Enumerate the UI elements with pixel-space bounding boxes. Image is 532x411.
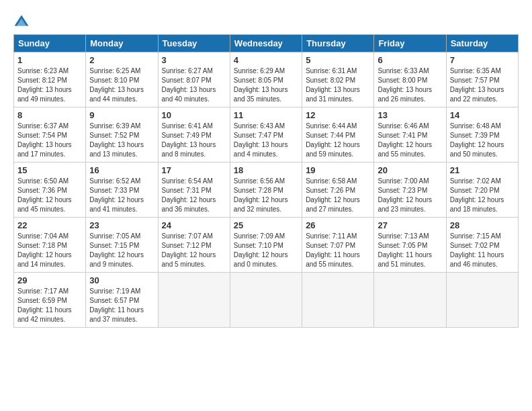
day-info: Sunrise: 6:39 AM Sunset: 7:52 PM Dayligh… [89,122,154,159]
dow-header-tuesday: Tuesday [158,35,230,52]
calendar-day-cell: 23 Sunrise: 7:05 AM Sunset: 7:15 PM Dayl… [86,218,158,273]
calendar-day-cell: 20 Sunrise: 7:00 AM Sunset: 7:23 PM Dayl… [374,163,446,218]
calendar-day-cell: 11 Sunrise: 6:43 AM Sunset: 7:47 PM Dayl… [230,107,302,163]
day-number: 17 [162,165,226,175]
day-info: Sunrise: 6:37 AM Sunset: 7:54 PM Dayligh… [17,122,82,159]
day-info: Sunrise: 6:56 AM Sunset: 7:28 PM Dayligh… [234,177,298,214]
day-number: 9 [89,110,154,120]
day-info: Sunrise: 6:33 AM Sunset: 8:00 PM Dayligh… [378,66,442,104]
day-info: Sunrise: 6:23 AM Sunset: 8:12 PM Dayligh… [17,66,82,104]
day-info: Sunrise: 7:05 AM Sunset: 7:15 PM Dayligh… [89,232,154,269]
day-number: 26 [306,220,370,230]
day-number: 6 [378,55,442,65]
calendar-day-cell: 2 Sunrise: 6:25 AM Sunset: 8:10 PM Dayli… [86,52,158,107]
calendar-day-cell: 1 Sunrise: 6:23 AM Sunset: 8:12 PM Dayli… [14,52,86,107]
dow-header-saturday: Saturday [446,35,518,52]
day-number: 18 [234,165,298,175]
calendar-day-cell: 18 Sunrise: 6:56 AM Sunset: 7:28 PM Dayl… [230,163,302,218]
day-info: Sunrise: 6:44 AM Sunset: 7:44 PM Dayligh… [306,122,370,159]
day-number: 30 [89,275,154,285]
day-info: Sunrise: 7:09 AM Sunset: 7:10 PM Dayligh… [234,232,298,269]
calendar-day-cell [302,273,374,328]
day-number: 4 [234,55,298,65]
dow-header-thursday: Thursday [302,35,374,52]
calendar-day-cell: 21 Sunrise: 7:02 AM Sunset: 7:20 PM Dayl… [446,163,518,218]
calendar-day-cell: 5 Sunrise: 6:31 AM Sunset: 8:02 PM Dayli… [302,52,374,107]
calendar-day-cell: 25 Sunrise: 7:09 AM Sunset: 7:10 PM Dayl… [230,218,302,273]
dow-header-sunday: Sunday [14,35,86,52]
day-number: 12 [306,110,370,120]
calendar-week-row: 1 Sunrise: 6:23 AM Sunset: 8:12 PM Dayli… [14,52,519,107]
calendar-day-cell: 17 Sunrise: 6:54 AM Sunset: 7:31 PM Dayl… [158,163,230,218]
day-info: Sunrise: 6:46 AM Sunset: 7:41 PM Dayligh… [378,122,442,159]
day-info: Sunrise: 6:50 AM Sunset: 7:36 PM Dayligh… [17,177,82,214]
calendar-day-cell: 7 Sunrise: 6:35 AM Sunset: 7:57 PM Dayli… [446,52,518,107]
day-info: Sunrise: 7:13 AM Sunset: 7:05 PM Dayligh… [378,232,442,269]
day-number: 21 [450,165,515,175]
calendar-day-cell: 29 Sunrise: 7:17 AM Sunset: 6:59 PM Dayl… [14,273,86,328]
day-info: Sunrise: 6:48 AM Sunset: 7:39 PM Dayligh… [450,122,515,159]
calendar-day-cell: 26 Sunrise: 7:11 AM Sunset: 7:07 PM Dayl… [302,218,374,273]
day-number: 7 [450,55,515,65]
calendar-day-cell: 6 Sunrise: 6:33 AM Sunset: 8:00 PM Dayli… [374,52,446,107]
day-info: Sunrise: 6:43 AM Sunset: 7:47 PM Dayligh… [234,122,298,159]
calendar-week-row: 29 Sunrise: 7:17 AM Sunset: 6:59 PM Dayl… [14,273,519,328]
day-info: Sunrise: 7:19 AM Sunset: 6:57 PM Dayligh… [89,287,154,324]
day-info: Sunrise: 7:04 AM Sunset: 7:18 PM Dayligh… [17,232,82,269]
calendar-day-cell: 19 Sunrise: 6:58 AM Sunset: 7:26 PM Dayl… [302,163,374,218]
day-number: 1 [17,55,82,65]
calendar-day-cell: 24 Sunrise: 7:07 AM Sunset: 7:12 PM Dayl… [158,218,230,273]
day-info: Sunrise: 7:17 AM Sunset: 6:59 PM Dayligh… [17,287,82,324]
day-number: 13 [378,110,442,120]
day-info: Sunrise: 7:11 AM Sunset: 7:07 PM Dayligh… [306,232,370,269]
day-number: 27 [378,220,442,230]
day-info: Sunrise: 6:31 AM Sunset: 8:02 PM Dayligh… [306,66,370,104]
calendar-day-cell: 13 Sunrise: 6:46 AM Sunset: 7:41 PM Dayl… [374,107,446,163]
calendar-day-cell: 22 Sunrise: 7:04 AM Sunset: 7:18 PM Dayl… [14,218,86,273]
day-info: Sunrise: 7:00 AM Sunset: 7:23 PM Dayligh… [378,177,442,214]
day-number: 3 [162,55,226,65]
logo [13,13,32,28]
day-info: Sunrise: 6:27 AM Sunset: 8:07 PM Dayligh… [162,66,226,104]
day-info: Sunrise: 6:41 AM Sunset: 7:49 PM Dayligh… [162,122,226,159]
dow-header-wednesday: Wednesday [230,35,302,52]
calendar-week-row: 8 Sunrise: 6:37 AM Sunset: 7:54 PM Dayli… [14,107,519,163]
day-number: 5 [306,55,370,65]
calendar-day-cell [230,273,302,328]
day-info: Sunrise: 6:52 AM Sunset: 7:33 PM Dayligh… [89,177,154,214]
calendar-day-cell [446,273,518,328]
dow-header-friday: Friday [374,35,446,52]
day-info: Sunrise: 7:07 AM Sunset: 7:12 PM Dayligh… [162,232,226,269]
day-number: 10 [162,110,226,120]
day-info: Sunrise: 7:15 AM Sunset: 7:02 PM Dayligh… [450,232,515,269]
calendar-day-cell: 4 Sunrise: 6:29 AM Sunset: 8:05 PM Dayli… [230,52,302,107]
calendar-day-cell [374,273,446,328]
day-info: Sunrise: 6:29 AM Sunset: 8:05 PM Dayligh… [234,66,298,104]
calendar-week-row: 15 Sunrise: 6:50 AM Sunset: 7:36 PM Dayl… [14,163,519,218]
day-number: 22 [17,220,82,230]
calendar-day-cell: 3 Sunrise: 6:27 AM Sunset: 8:07 PM Dayli… [158,52,230,107]
day-number: 8 [17,110,82,120]
day-info: Sunrise: 7:02 AM Sunset: 7:20 PM Dayligh… [450,177,515,214]
calendar-day-cell: 14 Sunrise: 6:48 AM Sunset: 7:39 PM Dayl… [446,107,518,163]
day-number: 25 [234,220,298,230]
calendar-day-cell: 10 Sunrise: 6:41 AM Sunset: 7:49 PM Dayl… [158,107,230,163]
day-info: Sunrise: 6:58 AM Sunset: 7:26 PM Dayligh… [306,177,370,214]
day-info: Sunrise: 6:54 AM Sunset: 7:31 PM Dayligh… [162,177,226,214]
calendar-week-row: 22 Sunrise: 7:04 AM Sunset: 7:18 PM Dayl… [14,218,519,273]
calendar-table: SundayMondayTuesdayWednesdayThursdayFrid… [13,34,519,328]
day-info: Sunrise: 6:35 AM Sunset: 7:57 PM Dayligh… [450,66,515,104]
day-number: 29 [17,275,82,285]
day-number: 14 [450,110,515,120]
calendar-day-cell [158,273,230,328]
calendar-day-cell: 8 Sunrise: 6:37 AM Sunset: 7:54 PM Dayli… [14,107,86,163]
day-number: 28 [450,220,515,230]
dow-header-monday: Monday [86,35,158,52]
day-number: 23 [89,220,154,230]
day-number: 24 [162,220,226,230]
day-number: 2 [89,55,154,65]
day-number: 20 [378,165,442,175]
day-info: Sunrise: 6:25 AM Sunset: 8:10 PM Dayligh… [89,66,154,104]
general-blue-icon [13,14,30,28]
calendar-day-cell: 27 Sunrise: 7:13 AM Sunset: 7:05 PM Dayl… [374,218,446,273]
